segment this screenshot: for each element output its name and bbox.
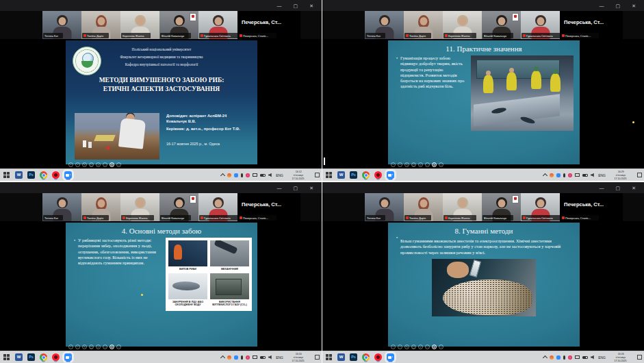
participant-tile-video-off[interactable]: Печерська, Ст... Печерська, Станіс... bbox=[560, 11, 623, 39]
tray-zoom-icon[interactable] bbox=[234, 173, 238, 177]
camera-control-button[interactable]: ● bbox=[432, 162, 437, 167]
tray-mic-icon[interactable] bbox=[563, 173, 565, 177]
minimize-controls-button[interactable]: – bbox=[439, 162, 443, 167]
browser-taskbar-icon[interactable] bbox=[52, 171, 60, 179]
show-slides-button[interactable]: ▢ bbox=[411, 345, 416, 349]
participant-tile[interactable]: Коренева Жанна bbox=[443, 11, 482, 39]
zoom-tool-button[interactable]: ⌕ bbox=[96, 345, 101, 349]
participant-tile-active[interactable]: Коренева Жанна bbox=[120, 11, 159, 39]
notification-center-icon[interactable] bbox=[637, 355, 642, 360]
start-button[interactable] bbox=[326, 172, 333, 179]
participant-tile-video-off[interactable]: Печерська, Ст... Печерська, Станіс... bbox=[560, 193, 623, 221]
chrome-taskbar-icon[interactable] bbox=[362, 171, 370, 179]
next-slide-button[interactable]: › bbox=[398, 345, 402, 349]
tray-battery-icon[interactable] bbox=[260, 356, 266, 359]
tray-display-icon[interactable] bbox=[253, 355, 257, 359]
minimize-controls-button[interactable]: – bbox=[116, 345, 121, 349]
prev-slide-button[interactable]: ‹ bbox=[391, 345, 396, 349]
participant-tile[interactable]: Тетяна Кот bbox=[365, 193, 404, 221]
participant-tile[interactable]: Коренева Жанна bbox=[443, 193, 482, 221]
taskbar-clock[interactable]: 16:20п'ятниця17.10.2025 bbox=[286, 352, 311, 363]
next-slide-button[interactable]: › bbox=[75, 162, 80, 167]
tray-mic-icon[interactable] bbox=[241, 173, 243, 177]
tray-display-icon[interactable] bbox=[575, 173, 580, 177]
participant-tile[interactable]: Тюніна Дарія bbox=[81, 193, 120, 221]
photoshop-taskbar-icon[interactable]: Ps bbox=[350, 353, 357, 361]
tray-app-icon[interactable] bbox=[550, 173, 554, 177]
participant-tile[interactable]: Гуральська Світлана bbox=[198, 11, 237, 39]
participant-tile-active[interactable]: Віталій Ковальчук bbox=[482, 193, 521, 221]
photoshop-taskbar-icon[interactable]: Ps bbox=[27, 171, 35, 179]
participant-tile[interactable]: Гуральська Світлана bbox=[521, 193, 560, 221]
tray-app-icon[interactable] bbox=[227, 173, 231, 177]
tray-app-icon[interactable] bbox=[550, 355, 554, 360]
participant-tile[interactable]: Тетяна Кот bbox=[42, 11, 81, 39]
taskbar-clock[interactable]: 16:12п'ятниця17.10.2025 bbox=[286, 170, 311, 181]
tray-battery-icon[interactable] bbox=[260, 174, 266, 177]
participant-tile[interactable]: Тетяна Кот bbox=[42, 193, 81, 221]
browser-taskbar-icon[interactable] bbox=[374, 171, 382, 179]
taskbar-clock[interactable]: 16:29п'ятниця17.10.2025 bbox=[608, 170, 633, 181]
minimize-button[interactable]: — bbox=[277, 3, 282, 8]
minimize-button[interactable]: — bbox=[600, 186, 604, 190]
minimize-controls-button[interactable]: – bbox=[116, 162, 121, 167]
next-slide-button[interactable]: › bbox=[398, 162, 402, 167]
more-options-button[interactable]: … bbox=[425, 345, 430, 349]
zoom-taskbar-icon[interactable] bbox=[64, 353, 72, 361]
minimize-button[interactable]: — bbox=[277, 186, 282, 190]
participant-tile[interactable]: Гуральська Світлана bbox=[521, 11, 560, 39]
chrome-taskbar-icon[interactable] bbox=[362, 353, 370, 361]
prev-slide-button[interactable]: ‹ bbox=[68, 162, 73, 167]
close-button[interactable]: ✕ bbox=[309, 186, 313, 190]
start-button[interactable] bbox=[3, 354, 10, 361]
taskbar-clock[interactable]: 16:26п'ятниця17.10.2025 bbox=[608, 352, 633, 363]
maximize-button[interactable]: ▢ bbox=[616, 3, 621, 8]
participant-tile[interactable]: Гуральська Світлана bbox=[198, 193, 237, 221]
zoom-taskbar-icon[interactable] bbox=[387, 353, 394, 361]
tray-battery-icon[interactable] bbox=[582, 174, 588, 177]
camera-control-button[interactable]: ● bbox=[432, 345, 437, 349]
word-taskbar-icon[interactable]: W bbox=[15, 171, 23, 179]
more-options-button[interactable]: … bbox=[103, 345, 107, 349]
notification-center-icon[interactable] bbox=[315, 355, 320, 360]
word-taskbar-icon[interactable]: W bbox=[337, 353, 345, 361]
tray-volume-icon[interactable] bbox=[268, 355, 273, 360]
show-slides-button[interactable]: ▢ bbox=[89, 345, 94, 349]
maximize-button[interactable]: ▢ bbox=[294, 3, 298, 8]
participant-tile[interactable]: Тетяна Кот bbox=[365, 11, 404, 39]
close-button[interactable]: ✕ bbox=[309, 3, 313, 8]
maximize-button[interactable]: ▢ bbox=[294, 186, 298, 190]
close-button[interactable]: ✕ bbox=[632, 186, 636, 190]
tray-mic-icon[interactable] bbox=[241, 355, 243, 360]
tray-color-icon[interactable] bbox=[568, 355, 572, 360]
participant-tile-active[interactable]: Віталій Ковальчук bbox=[482, 11, 521, 39]
tray-chevron-icon[interactable] bbox=[220, 173, 225, 178]
minimize-controls-button[interactable]: – bbox=[439, 345, 443, 349]
language-indicator[interactable]: ENG bbox=[276, 355, 283, 360]
tray-app-icon[interactable] bbox=[227, 355, 231, 360]
tray-color-icon[interactable] bbox=[246, 355, 250, 360]
tray-color-icon[interactable] bbox=[246, 173, 250, 177]
chrome-taskbar-icon[interactable] bbox=[40, 171, 47, 179]
minimize-button[interactable]: — bbox=[600, 3, 604, 8]
tray-display-icon[interactable] bbox=[253, 173, 257, 177]
participant-tile-video-off[interactable]: Печерська, Ст... Печерська, Станіс... bbox=[237, 193, 300, 221]
tray-battery-icon[interactable] bbox=[582, 356, 588, 359]
tray-zoom-icon[interactable] bbox=[556, 355, 561, 360]
participant-tile[interactable]: Тюніна Дарія bbox=[404, 11, 443, 39]
camera-control-button[interactable]: ● bbox=[110, 162, 114, 167]
photoshop-taskbar-icon[interactable]: Ps bbox=[350, 171, 357, 179]
participant-tile[interactable]: Тюніна Дарія bbox=[404, 193, 443, 221]
tray-display-icon[interactable] bbox=[575, 355, 580, 359]
pen-tool-button[interactable]: ✎ bbox=[404, 162, 409, 167]
prev-slide-button[interactable]: ‹ bbox=[68, 345, 73, 349]
language-indicator[interactable]: ENG bbox=[276, 173, 283, 177]
zoom-tool-button[interactable]: ⌕ bbox=[418, 162, 423, 167]
notification-center-icon[interactable] bbox=[637, 173, 642, 177]
participant-tile[interactable]: Віталій Ковальчук bbox=[159, 11, 198, 39]
camera-control-button[interactable]: ● bbox=[110, 345, 114, 349]
prev-slide-button[interactable]: ‹ bbox=[391, 162, 396, 167]
language-indicator[interactable]: ENG bbox=[598, 173, 606, 177]
tray-color-icon[interactable] bbox=[568, 173, 572, 177]
more-options-button[interactable]: … bbox=[103, 162, 107, 167]
